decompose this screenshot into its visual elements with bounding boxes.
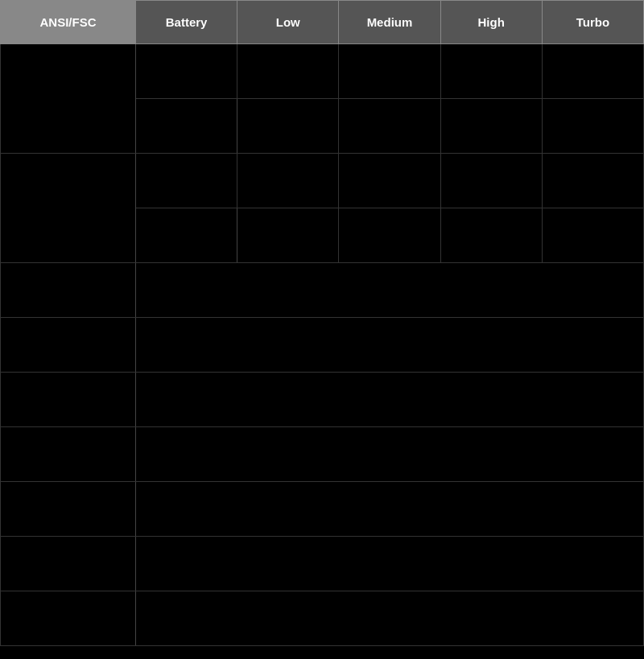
cell [136, 591, 644, 646]
row-label [1, 591, 136, 646]
table-row [1, 591, 644, 646]
cell [136, 263, 644, 318]
cell [136, 318, 644, 373]
table-row [1, 318, 644, 373]
col-turbo: Turbo [542, 1, 643, 44]
cell [136, 99, 237, 154]
col-low: Low [237, 1, 339, 44]
cell [339, 99, 440, 154]
col-battery: Battery [136, 1, 237, 44]
row-label [1, 482, 136, 537]
cell [136, 44, 237, 99]
row-label [1, 373, 136, 427]
col-medium: Medium [339, 1, 440, 44]
table-row [1, 44, 644, 99]
table-row [1, 263, 644, 318]
cell [542, 99, 643, 154]
cell [440, 208, 542, 263]
row-label [1, 44, 136, 154]
cell [339, 44, 440, 99]
cell [542, 208, 643, 263]
cell [542, 44, 643, 99]
cell [237, 154, 339, 208]
cell [237, 99, 339, 154]
cell [440, 44, 542, 99]
row-label [1, 537, 136, 591]
table-header-row: ANSI/FSC Battery Low Medium High Turbo [1, 1, 644, 44]
cell [339, 208, 440, 263]
table-row [1, 482, 644, 537]
col-ansi-fsc: ANSI/FSC [1, 1, 136, 44]
row-label [1, 263, 136, 318]
cell [542, 154, 643, 208]
cell [136, 427, 644, 482]
cell [237, 44, 339, 99]
col-high: High [440, 1, 542, 44]
cell [136, 482, 644, 537]
table-wrapper: ANSI/FSC Battery Low Medium High Turbo [0, 0, 644, 646]
cell [440, 99, 542, 154]
cell [136, 537, 644, 591]
row-label [1, 427, 136, 482]
cell [440, 154, 542, 208]
cell [237, 208, 339, 263]
row-label [1, 318, 136, 373]
cell [136, 373, 644, 427]
ansi-fsc-table: ANSI/FSC Battery Low Medium High Turbo [0, 0, 644, 646]
table-row [1, 373, 644, 427]
row-label [1, 154, 136, 263]
cell [339, 154, 440, 208]
table-row [1, 154, 644, 208]
table-row [1, 427, 644, 482]
table-row [1, 537, 644, 591]
cell [136, 208, 237, 263]
cell [136, 154, 237, 208]
